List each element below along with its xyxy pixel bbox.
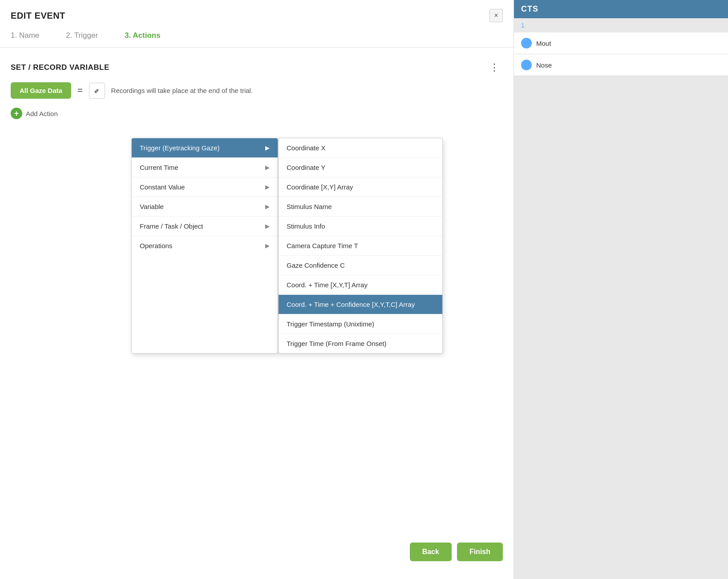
steps-bar: 1. Name 2. Trigger 3. Actions bbox=[0, 22, 514, 40]
pencil-icon: ✏ bbox=[93, 86, 101, 95]
secondary-item-coord-time-confidence[interactable]: Coord. + Time + Confidence [X,Y,T,C] Arr… bbox=[279, 295, 442, 314]
secondary-item-stimulus-name[interactable]: Stimulus Name bbox=[279, 197, 442, 217]
secondary-item-gaze-confidence[interactable]: Gaze Confidence C bbox=[279, 256, 442, 275]
section-header: SET / RECORD VARIABLE ⋮ bbox=[0, 48, 514, 82]
right-panel-header: CTS bbox=[514, 0, 728, 18]
primary-dropdown-menu: Trigger (Eyetracking Gaze) ▶ Current Tim… bbox=[131, 138, 278, 354]
modal-title: EDIT EVENT bbox=[11, 11, 65, 21]
finish-button[interactable]: Finish bbox=[457, 543, 503, 561]
bottom-buttons: Back Finish bbox=[410, 543, 503, 561]
secondary-item-stimulus-info[interactable]: Stimulus Info bbox=[279, 217, 442, 236]
secondary-item-trigger-time[interactable]: Trigger Time (From Frame Onset) bbox=[279, 334, 442, 353]
menu-item-constant-value-label: Constant Value bbox=[140, 183, 185, 191]
secondary-item-coord-y[interactable]: Coordinate Y bbox=[279, 158, 442, 177]
main-panel: EDIT EVENT × 1. Name 2. Trigger 3. Actio… bbox=[0, 0, 514, 579]
add-action-label: Add Action bbox=[26, 110, 58, 117]
modal-header: EDIT EVENT × bbox=[0, 0, 514, 22]
arrow-icon-5: ▶ bbox=[265, 242, 270, 249]
menu-item-variable-label: Variable bbox=[140, 203, 164, 210]
menu-item-frame-task-object[interactable]: Frame / Task / Object ▶ bbox=[132, 217, 278, 236]
right-panel: CTS 1 Mout Nose bbox=[514, 0, 728, 579]
secondary-item-coord-xy-array[interactable]: Coordinate [X,Y] Array bbox=[279, 177, 442, 197]
kebab-menu-button[interactable]: ⋮ bbox=[486, 60, 503, 75]
edit-icon-button[interactable]: ✏ bbox=[89, 83, 105, 99]
menu-item-current-time-label: Current Time bbox=[140, 164, 178, 171]
arrow-icon-1: ▶ bbox=[265, 164, 270, 171]
right-panel-item-1[interactable]: Nose bbox=[514, 54, 728, 76]
arrow-icon-2: ▶ bbox=[265, 184, 270, 190]
arrow-icon-0: ▶ bbox=[265, 145, 270, 151]
globe-icon-0 bbox=[521, 38, 532, 48]
back-button[interactable]: Back bbox=[410, 543, 452, 561]
secondary-item-camera-capture[interactable]: Camera Capture Time T bbox=[279, 236, 442, 256]
add-icon: + bbox=[11, 108, 22, 119]
right-panel-item-0[interactable]: Mout bbox=[514, 32, 728, 54]
right-panel-item-label-0: Mout bbox=[536, 40, 551, 47]
close-button[interactable]: × bbox=[489, 9, 503, 22]
right-panel-number: 1 bbox=[514, 18, 728, 32]
right-panel-item-label-1: Nose bbox=[536, 61, 552, 69]
add-action-row[interactable]: + Add Action bbox=[0, 99, 514, 128]
secondary-item-coord-x[interactable]: Coordinate X bbox=[279, 138, 442, 158]
menu-item-operations-label: Operations bbox=[140, 242, 172, 249]
arrow-icon-4: ▶ bbox=[265, 223, 270, 229]
step-name[interactable]: 1. Name bbox=[11, 31, 39, 40]
step-actions[interactable]: 3. Actions bbox=[125, 31, 161, 40]
secondary-dropdown-menu: Coordinate X Coordinate Y Coordinate [X,… bbox=[278, 138, 443, 354]
secondary-item-coord-time-array[interactable]: Coord. + Time [X,Y,T] Array bbox=[279, 275, 442, 295]
recording-text: Recordings will take place at the end of… bbox=[111, 87, 253, 94]
menu-item-variable[interactable]: Variable ▶ bbox=[132, 197, 278, 217]
section-title: SET / RECORD VARIABLE bbox=[11, 63, 109, 72]
menu-item-constant-value[interactable]: Constant Value ▶ bbox=[132, 177, 278, 197]
menu-item-operations[interactable]: Operations ▶ bbox=[132, 236, 278, 255]
globe-icon-1 bbox=[521, 60, 532, 70]
menu-item-current-time[interactable]: Current Time ▶ bbox=[132, 158, 278, 177]
menu-item-trigger-label: Trigger (Eyetracking Gaze) bbox=[140, 144, 220, 152]
all-gaze-button[interactable]: All Gaze Data bbox=[11, 82, 71, 99]
menu-item-trigger[interactable]: Trigger (Eyetracking Gaze) ▶ bbox=[132, 138, 278, 158]
equals-sign: = bbox=[77, 85, 83, 96]
menu-item-frame-task-object-label: Frame / Task / Object bbox=[140, 222, 203, 230]
variable-row: All Gaze Data = ✏ Recordings will take p… bbox=[0, 82, 514, 99]
secondary-item-trigger-timestamp[interactable]: Trigger Timestamp (Unixtime) bbox=[279, 314, 442, 334]
step-trigger[interactable]: 2. Trigger bbox=[66, 31, 98, 40]
dropdown-container: Trigger (Eyetracking Gaze) ▶ Current Tim… bbox=[131, 138, 443, 354]
arrow-icon-3: ▶ bbox=[265, 203, 270, 210]
